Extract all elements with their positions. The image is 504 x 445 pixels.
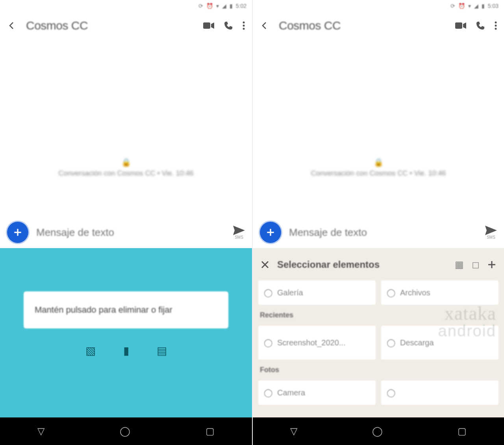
contact-name[interactable]: Cosmos CC xyxy=(279,19,446,32)
svg-point-6 xyxy=(495,25,497,27)
alarm-icon: ⏰ xyxy=(206,3,213,9)
phone-call-icon[interactable] xyxy=(224,21,233,30)
file-tile[interactable]: ◯ Camera xyxy=(258,380,376,405)
chat-body: 🔒 Conversación con Cosmos CC • Vie. 10:4… xyxy=(0,39,252,217)
video-call-icon[interactable] xyxy=(455,22,466,30)
chat-header: Cosmos CC xyxy=(253,12,504,39)
chat-body: 🔒 Conversación con Cosmos CC • Vie. 10:4… xyxy=(253,39,504,217)
clock-text: 5:03 xyxy=(488,3,498,9)
contact-name[interactable]: Cosmos CC xyxy=(26,19,194,32)
source-tile-files[interactable]: ◯ Archivos xyxy=(381,280,498,305)
tile-label: Screenshot_2020... xyxy=(277,338,345,347)
wifi-icon: ▾ xyxy=(216,3,219,9)
phone-right: ⟳ ⏰ ▾ ◢ ▮ 5:03 Cosmos CC 🔒 Conversación … xyxy=(252,0,504,445)
attachment-picker: Seleccionar elementos ▦ ◻ ◯ Galería ◯ Ar… xyxy=(253,248,504,417)
sync-icon: ⟳ xyxy=(198,3,203,9)
system-navbar: ▽ ◯ ▢ xyxy=(0,417,252,445)
svg-point-2 xyxy=(243,25,245,27)
lock-icon: 🔒 xyxy=(253,158,504,167)
phone-call-icon[interactable] xyxy=(476,21,485,30)
send-button[interactable]: SMS xyxy=(233,226,245,239)
battery-icon: ▮ xyxy=(230,3,233,9)
hint-text: Mantén pulsado para eliminar o fijar xyxy=(35,305,172,315)
file-tile[interactable]: ◯ Descarga xyxy=(381,326,498,360)
section-label-recent: Recientes xyxy=(258,309,498,322)
attach-button[interactable] xyxy=(260,222,281,243)
svg-point-5 xyxy=(495,22,497,24)
source-tile-gallery[interactable]: ◯ Galería xyxy=(258,280,376,305)
circle-icon: ◯ xyxy=(387,388,395,397)
clock-text: 5:02 xyxy=(236,3,246,9)
send-button[interactable]: SMS xyxy=(485,226,497,239)
gif-icon[interactable]: ▮ xyxy=(123,344,129,357)
system-navbar: ▽ ◯ ▢ xyxy=(253,417,504,445)
send-sub: SMS xyxy=(233,235,245,239)
nav-back-icon[interactable]: ▽ xyxy=(37,426,44,437)
close-icon[interactable] xyxy=(261,260,269,269)
tile-row-sources: ◯ Galería ◯ Archivos xyxy=(258,280,498,305)
signal-icon: ◢ xyxy=(222,3,226,9)
svg-point-3 xyxy=(243,28,245,30)
hint-card: Mantén pulsado para eliminar o fijar xyxy=(24,291,228,328)
svg-point-7 xyxy=(495,28,497,30)
nav-home-icon[interactable]: ◯ xyxy=(372,426,383,437)
circle-icon: ◯ xyxy=(387,288,395,297)
circle-icon: ◯ xyxy=(264,338,272,347)
back-icon[interactable] xyxy=(260,21,269,30)
meta-text: Conversación con Cosmos CC • Vie. 10:46 xyxy=(58,169,193,177)
message-input-bar: SMS xyxy=(0,217,252,248)
meta-text: Conversación con Cosmos CC • Vie. 10:46 xyxy=(311,169,446,177)
tile-label: Archivos xyxy=(400,288,430,297)
more-icon[interactable] xyxy=(243,21,245,30)
nav-recent-icon[interactable]: ▢ xyxy=(206,426,215,437)
svg-rect-4 xyxy=(455,22,462,29)
phone-left: ⟳ ⏰ ▾ ◢ ▮ 5:02 Cosmos CC 🔒 Conversación … xyxy=(0,0,252,445)
video-call-icon[interactable] xyxy=(203,22,214,30)
alarm-icon: ⏰ xyxy=(458,3,465,9)
tile-row-photos: ◯ Camera ◯ xyxy=(258,380,498,405)
lock-icon: 🔒 xyxy=(0,158,252,167)
message-input-bar: SMS xyxy=(253,217,504,248)
back-icon[interactable] xyxy=(7,21,17,30)
message-input[interactable] xyxy=(36,226,225,239)
svg-rect-0 xyxy=(203,22,210,29)
add-icon[interactable] xyxy=(487,260,496,269)
conversation-meta: 🔒 Conversación con Cosmos CC • Vie. 10:4… xyxy=(0,158,252,178)
section-label-photos: Fotos xyxy=(258,363,498,376)
status-bar: ⟳ ⏰ ▾ ◢ ▮ 5:02 xyxy=(0,0,252,12)
sync-icon: ⟳ xyxy=(450,3,455,9)
message-input[interactable] xyxy=(289,226,477,239)
circle-icon: ◯ xyxy=(387,338,395,347)
send-sub: SMS xyxy=(485,235,497,239)
attach-button[interactable] xyxy=(7,222,28,243)
drawer-icon-row: ▧ ▮ ▤ xyxy=(0,344,252,357)
svg-point-1 xyxy=(243,22,245,24)
wifi-icon: ▾ xyxy=(468,3,471,9)
tile-label: Camera xyxy=(277,388,305,397)
nav-home-icon[interactable]: ◯ xyxy=(120,426,130,437)
tile-label: Galería xyxy=(277,288,303,297)
grid-view-icon[interactable]: ▦ xyxy=(455,259,464,270)
tile-label: Descarga xyxy=(400,338,434,347)
picker-header: Seleccionar elementos ▦ ◻ xyxy=(258,256,498,276)
conversation-meta: 🔒 Conversación con Cosmos CC • Vie. 10:4… xyxy=(253,158,504,178)
attachment-drawer-hint: Mantén pulsado para eliminar o fijar ▧ ▮… xyxy=(0,248,252,417)
status-bar: ⟳ ⏰ ▾ ◢ ▮ 5:03 xyxy=(253,0,504,12)
nav-recent-icon[interactable]: ▢ xyxy=(458,426,467,437)
nav-back-icon[interactable]: ▽ xyxy=(290,426,297,437)
signal-icon: ◢ xyxy=(474,3,478,9)
circle-icon: ◯ xyxy=(264,288,272,297)
more-icon[interactable] xyxy=(495,21,497,30)
battery-icon: ▮ xyxy=(482,3,485,9)
chat-header: Cosmos CC xyxy=(0,12,252,39)
tile-row-recent: ◯ Screenshot_2020... ◯ Descarga xyxy=(258,326,498,360)
circle-icon: ◯ xyxy=(264,388,272,397)
gallery-icon[interactable]: ▧ xyxy=(85,344,96,357)
picker-title: Seleccionar elementos xyxy=(277,259,447,270)
file-tile[interactable]: ◯ xyxy=(381,380,498,405)
file-tile[interactable]: ◯ Screenshot_2020... xyxy=(258,326,376,360)
sticker-icon[interactable]: ▤ xyxy=(157,344,167,357)
bookmark-icon[interactable]: ◻ xyxy=(472,259,480,270)
